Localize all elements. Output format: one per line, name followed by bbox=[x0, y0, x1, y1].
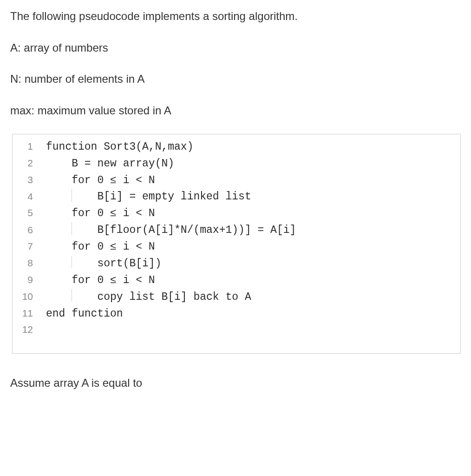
line-number: 11 bbox=[13, 306, 46, 321]
indent-guide-icon bbox=[72, 289, 72, 302]
code-line: 11end function bbox=[13, 306, 460, 323]
code-line: 7 for 0 ≤ i < N bbox=[13, 239, 460, 256]
code-line: 2 B = new array(N) bbox=[13, 156, 460, 172]
line-number: 4 bbox=[13, 189, 46, 205]
line-number: 7 bbox=[13, 239, 46, 254]
line-number: 6 bbox=[13, 223, 46, 238]
code-text: B = new array(N) bbox=[46, 156, 174, 172]
intro-text: The following pseudocode implements a so… bbox=[10, 8, 461, 24]
code-line: 1function Sort3(A,N,max) bbox=[13, 139, 460, 156]
code-line: 10 copy list B[i] back to A bbox=[13, 289, 460, 306]
code-text: function Sort3(A,N,max) bbox=[46, 139, 193, 156]
indent-guide-icon bbox=[72, 256, 72, 269]
line-number: 3 bbox=[13, 172, 46, 188]
indent-guide-icon bbox=[72, 189, 72, 202]
code-text: for 0 ≤ i < N bbox=[46, 205, 155, 222]
code-block: 1function Sort3(A,N,max)2 B = new array(… bbox=[12, 134, 461, 353]
page: The following pseudocode implements a so… bbox=[0, 0, 471, 390]
code-text: for 0 ≤ i < N bbox=[46, 272, 155, 289]
definition-n: N: number of elements in A bbox=[10, 71, 461, 87]
line-number: 8 bbox=[13, 256, 46, 271]
line-number: 2 bbox=[13, 156, 46, 171]
definition-max: max: maximum value stored in A bbox=[10, 103, 461, 119]
code-text: B[floor(A[i]*N/(max+1))] = A[i] bbox=[46, 222, 296, 239]
code-text: sort(B[i]) bbox=[46, 256, 161, 272]
code-line: 9 for 0 ≤ i < N bbox=[13, 272, 460, 289]
code-line: 4 B[i] = empty linked list bbox=[13, 189, 460, 205]
line-number: 5 bbox=[13, 205, 46, 221]
definition-a: A: array of numbers bbox=[10, 40, 461, 56]
code-text: for 0 ≤ i < N bbox=[46, 172, 155, 189]
outro-text: Assume array A is equal to bbox=[10, 375, 461, 391]
code-line: 6 B[floor(A[i]*N/(max+1))] = A[i] bbox=[13, 222, 460, 239]
line-number: 12 bbox=[13, 322, 46, 337]
indent-guide-icon bbox=[72, 222, 72, 235]
line-number: 1 bbox=[13, 139, 46, 154]
code-line: 3 for 0 ≤ i < N bbox=[13, 172, 460, 189]
line-number: 9 bbox=[13, 272, 46, 288]
code-text: for 0 ≤ i < N bbox=[46, 239, 155, 256]
code-line: 8 sort(B[i]) bbox=[13, 256, 460, 272]
code-text: copy list B[i] back to A bbox=[46, 289, 251, 306]
line-number: 10 bbox=[13, 289, 46, 304]
code-line: 5 for 0 ≤ i < N bbox=[13, 205, 460, 222]
code-text: B[i] = empty linked list bbox=[46, 189, 251, 205]
code-line: 12 bbox=[13, 322, 460, 337]
code-text: end function bbox=[46, 306, 123, 323]
